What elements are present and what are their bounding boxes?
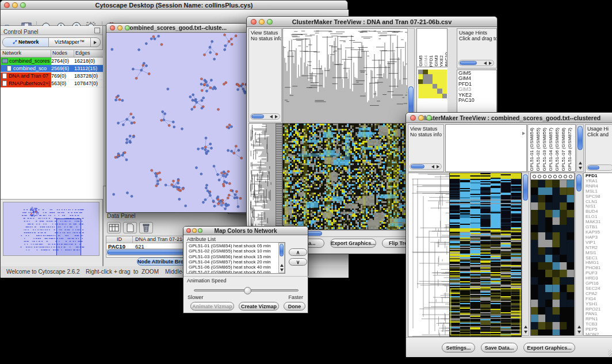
tab-overflow-button[interactable] — [91, 38, 100, 47]
move-attribute-down-button[interactable]: ∨ — [289, 258, 307, 266]
tv1-usage-hscrollbar[interactable] — [458, 60, 494, 66]
tv1-usage-hints-panel: Usage Hints Click and drag tc — [457, 28, 497, 68]
tv2-usage-hscrollbar[interactable] — [587, 164, 612, 171]
tv2-status-hscrollbar[interactable] — [410, 163, 442, 170]
new-attribute-icon[interactable] — [123, 222, 137, 233]
attribute-item: GPL51-06 (GSM865) heat shock 40 min — [187, 265, 285, 270]
attribute-item: GPL51-04 (GSM857) heat shock 20 min — [187, 259, 285, 265]
animation-speed-label: Animation Speed — [187, 278, 227, 283]
col-nodes: Nodes — [51, 50, 74, 57]
attr-col-id: ID — [106, 236, 133, 243]
close-icon[interactable] — [186, 228, 191, 233]
minimize-icon[interactable] — [192, 228, 197, 233]
select-attributes-icon[interactable] — [107, 222, 121, 233]
network-row[interactable]: RNAPuberNov2+| 563(0) 107847(0) — [1, 80, 103, 87]
tv2-save-data-button[interactable]: Save Data... — [481, 343, 518, 352]
column-label: GPL51-02 (GSM855) — [535, 128, 541, 171]
column-label: GIM5 — [418, 55, 423, 67]
attribute-list-vscrollbar[interactable] — [278, 243, 285, 273]
float-panel-icon[interactable] — [94, 28, 100, 33]
dialog-titlebar[interactable]: Map Colors to Network — [183, 227, 308, 235]
tab-vizmapper[interactable]: VizMapper™ — [49, 38, 91, 47]
tv2-labels-vscrollbar[interactable] — [576, 124, 584, 172]
slider-thumb[interactable] — [244, 287, 251, 294]
zoom-window-icon[interactable] — [267, 19, 273, 25]
network-row-selected[interactable]: combined_sco 2569(6) 13112(15) — [1, 65, 103, 72]
network-overview-thumbnail[interactable] — [3, 202, 100, 256]
zoom-window-icon[interactable] — [198, 228, 202, 233]
column-label: GIM3 — [434, 55, 439, 67]
col-edges: Edges — [74, 50, 102, 57]
delete-attribute-trash-icon[interactable] — [139, 222, 153, 233]
minimize-icon[interactable] — [259, 19, 265, 25]
attribute-item: GPL51-01 (GSM854) heat shock 05 min — [187, 243, 285, 248]
resize-grip[interactable] — [608, 350, 612, 357]
status-zoom-hint: Right-click + drag to ZOOM — [86, 269, 159, 275]
tv2-view-status-title: View Status — [408, 125, 443, 132]
tv1-column-dendrogram[interactable] — [282, 28, 408, 124]
tv1-zoom-submatrix[interactable] — [418, 70, 447, 98]
treeview1-title: ClusterMaker TreeView : DNA and Tran 07-… — [292, 18, 452, 25]
tv2-zoom-heatmap[interactable] — [531, 180, 574, 335]
network-table: Network Nodes Edges combined_scores 2764… — [1, 49, 103, 200]
attribute-listbox[interactable]: GPL51-01 (GSM854) heat shock 05 minGPL51… — [186, 242, 285, 274]
zoom-window-icon[interactable] — [125, 25, 130, 30]
control-panel: Control Panel Network VizMapper™ Network… — [1, 26, 103, 266]
treeview1-titlebar[interactable]: ClusterMaker TreeView : DNA and Tran 07-… — [247, 17, 497, 27]
tv2-heatmap-vscrollbar[interactable] — [522, 173, 529, 336]
close-icon[interactable] — [4, 2, 10, 8]
column-label: GPL51-06 (GSM865) — [554, 128, 560, 171]
treeview2-title: ClusterMaker TreeView : combined_scores_… — [420, 114, 600, 121]
network-view-titlebar[interactable]: combined_scores_good.txt--cluste... — [106, 24, 247, 33]
minimize-icon[interactable] — [12, 2, 18, 8]
network-row[interactable]: DNA and Tran 07 769(0) 183728(0) — [1, 72, 103, 80]
close-icon[interactable] — [251, 19, 257, 25]
create-vizmap-button[interactable]: Create Vizmap — [239, 302, 279, 311]
animate-vizmap-button[interactable]: Animate Vizmap — [190, 302, 234, 311]
column-label: GPL51-01 (GSM854) — [529, 128, 535, 171]
zoom-window-icon[interactable] — [20, 2, 26, 8]
zoom-window-icon[interactable] — [426, 115, 432, 121]
tv1-heatmap[interactable] — [282, 123, 408, 230]
tv2-gene-list[interactable]: PFD1YRA1RNR4MSL1SPC98CLN1NIS1BUD4ELG1MAK… — [583, 173, 612, 336]
column-label: GPL51-04 (GSM857) — [548, 128, 554, 171]
tv1-upper-vscrollbar[interactable] — [407, 28, 415, 122]
network-view-window: combined_scores_good.txt--cluste... — [106, 23, 247, 213]
column-label: YKE2 — [439, 55, 444, 67]
attribute-item: GPL51-07 (GSM868) heat shock 60 min — [187, 270, 285, 274]
network-view-title: combined_scores_good.txt--cluste... — [127, 25, 227, 31]
done-button[interactable]: Done — [284, 302, 305, 311]
tv1-row-dendrogram[interactable] — [248, 123, 276, 230]
tv2-zoom-panel — [530, 173, 575, 336]
move-attribute-up-button[interactable]: ∧ — [289, 248, 307, 256]
tv1-column-labels: GIM5GIM4PFD1GIM3YKE2PAC10 — [416, 28, 447, 67]
tv1-status-hscrollbar[interactable] — [250, 113, 280, 120]
minimize-icon[interactable] — [418, 115, 424, 121]
tv2-settings-button[interactable]: Settings... — [442, 343, 475, 352]
tv2-zoom-vscrollbar[interactable] — [575, 173, 583, 336]
tv2-usage-hints-title: Usage Hi — [586, 125, 612, 132]
tv1-view-status-title: View Status — [249, 29, 281, 36]
control-panel-title: Control Panel — [1, 29, 39, 35]
main-titlebar[interactable]: Cytoscape Desktop (Session Name: collins… — [1, 1, 347, 10]
data-panel-title: Data Panel — [107, 213, 135, 219]
treeview2-titlebar[interactable]: ClusterMaker TreeView : combined_scores_… — [406, 113, 612, 123]
tv2-row-dendrogram[interactable] — [408, 173, 450, 337]
network-row[interactable]: combined_scores 2764(0) 16218(0) — [1, 58, 103, 65]
tv2-usage-hints-text: Click and — [586, 132, 612, 137]
main-window-title: Cytoscape Desktop (Session Name: collins… — [95, 2, 253, 9]
tv2-usage-hints-panel: Usage Hi Click and — [585, 124, 612, 173]
close-icon[interactable] — [410, 115, 416, 121]
animation-speed-slider[interactable] — [194, 289, 299, 292]
minimize-icon[interactable] — [117, 25, 123, 30]
tv1-usage-hints-title: Usage Hints — [457, 29, 496, 36]
network-canvas[interactable] — [106, 33, 247, 212]
tv1-view-status-text: No status info f — [249, 36, 281, 41]
tv1-leaf-strip — [276, 123, 282, 229]
tv2-heatmap[interactable] — [449, 173, 522, 337]
tv2-export-graphics-button[interactable]: Export Graphics... — [523, 343, 575, 352]
tv1-export-graphics-button[interactable]: Export Graphics... — [330, 239, 376, 248]
tv2-column-tree-area — [445, 124, 527, 172]
tab-network[interactable]: Network — [3, 38, 49, 47]
close-icon[interactable] — [110, 25, 115, 30]
